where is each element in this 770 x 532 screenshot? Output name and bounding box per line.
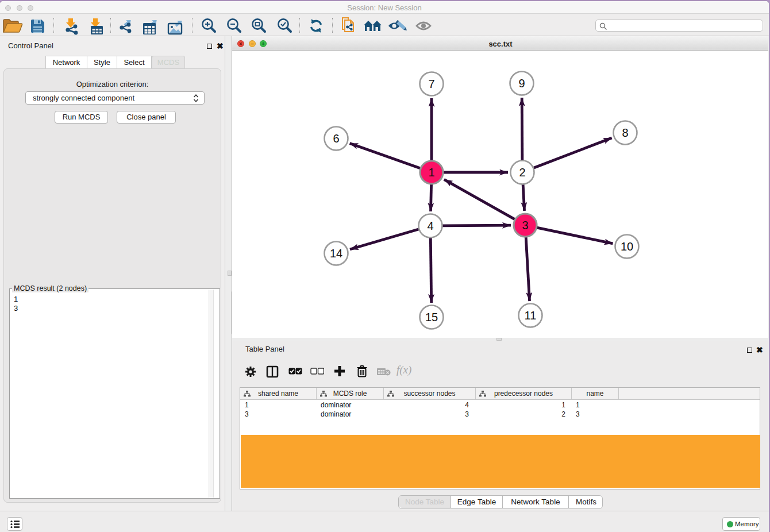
svg-text:4: 4 <box>427 219 433 232</box>
svg-text:3: 3 <box>522 219 528 232</box>
svg-text:9: 9 <box>518 77 525 90</box>
svg-text:2: 2 <box>519 166 525 179</box>
svg-text:14: 14 <box>330 247 342 260</box>
svg-text:6: 6 <box>333 132 339 145</box>
svg-text:10: 10 <box>621 240 633 253</box>
svg-text:11: 11 <box>525 309 537 322</box>
svg-text:15: 15 <box>425 311 438 323</box>
svg-text:1: 1 <box>428 166 434 179</box>
svg-text:8: 8 <box>622 126 628 139</box>
svg-text:7: 7 <box>428 78 434 90</box>
